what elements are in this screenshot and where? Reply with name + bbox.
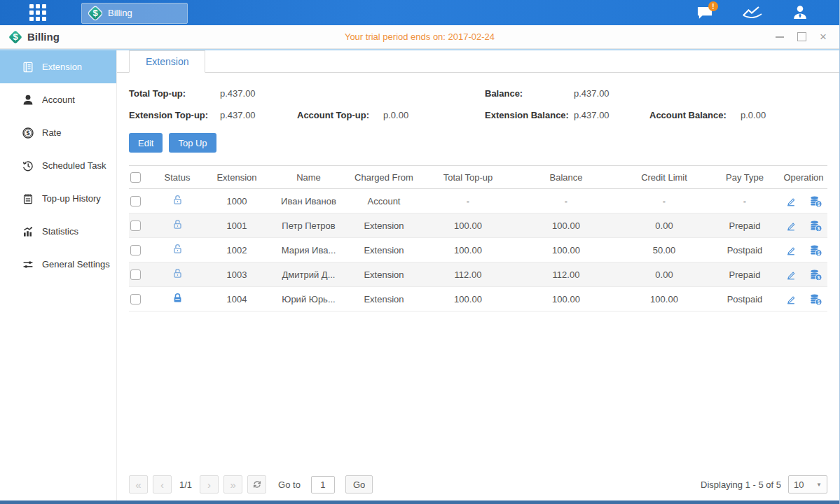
sidebar-item-rate[interactable]: $ Rate xyxy=(0,116,116,149)
name-cell: Дмитрий Д... xyxy=(272,270,345,280)
goto-label: Go to xyxy=(278,479,301,490)
extension-cell: 1004 xyxy=(202,294,272,304)
balance-cell: 112.00 xyxy=(514,270,619,280)
topup-coins-icon[interactable]: $ xyxy=(809,195,822,208)
window-title: Billing xyxy=(27,31,60,43)
next-page-button[interactable]: › xyxy=(200,475,219,493)
sliders-icon xyxy=(21,258,34,271)
line-chart-icon xyxy=(742,5,763,20)
edit-icon[interactable] xyxy=(785,220,797,232)
tab-strip: Extension xyxy=(117,50,839,73)
taskbar-tab-label: Billing xyxy=(108,8,132,18)
topup-coins-icon[interactable]: $ xyxy=(809,293,822,306)
window-bottom-border xyxy=(0,500,839,504)
extension-balance-value: p.437.00 xyxy=(574,110,649,120)
col-pay-type: Pay Type xyxy=(710,172,780,183)
app-grid-button[interactable] xyxy=(24,2,52,23)
topup-coins-icon[interactable]: $ xyxy=(809,219,822,232)
account-balance-label: Account Balance: xyxy=(649,110,741,120)
summary-panel: Total Top-up: p.437.00 Balance: p.437.00… xyxy=(129,83,827,126)
svg-text:$: $ xyxy=(818,250,820,255)
sidebar-item-general-settings[interactable]: General Settings xyxy=(0,248,116,281)
grid-icon xyxy=(29,4,47,22)
credit-limit-cell: 50.00 xyxy=(619,245,710,255)
charged-from-cell: Account xyxy=(345,196,422,206)
last-page-button[interactable]: » xyxy=(223,475,242,493)
topup-coins-icon[interactable]: $ xyxy=(809,268,822,281)
locked-icon xyxy=(172,292,184,304)
taskbar: $ Billing ! xyxy=(0,0,839,25)
account-balance-value: p.0.00 xyxy=(741,110,827,120)
extensions-table: Status Extension Name Charged From Total… xyxy=(129,165,827,312)
table-body: 1000 Иван Иванов Account - - - - xyxy=(129,189,827,312)
unlocked-icon xyxy=(172,218,184,230)
row-checkbox[interactable] xyxy=(130,196,141,206)
displaying-text: Displaying 1 - 5 of 5 xyxy=(701,479,781,490)
sidebar-item-label: Rate xyxy=(42,127,61,138)
total-topup-value: p.437.00 xyxy=(220,88,297,99)
refresh-button[interactable] xyxy=(247,475,266,493)
pay-type-cell: Prepaid xyxy=(710,220,780,231)
billing-app-icon: $ xyxy=(8,30,22,44)
close-icon[interactable]: × xyxy=(817,31,829,43)
credit-limit-cell: 0.00 xyxy=(619,270,710,280)
page-size-select[interactable]: 10 ▼ xyxy=(788,475,827,493)
svg-text:$: $ xyxy=(818,201,820,206)
select-all-checkbox[interactable] xyxy=(130,172,141,183)
table-row: 1004 Юрий Юрь... Extension 100.00 100.00… xyxy=(129,287,827,312)
credit-limit-cell: 0.00 xyxy=(619,220,710,231)
pay-type-cell: Postpaid xyxy=(710,245,780,255)
table-row: 1003 Дмитрий Д... Extension 112.00 112.0… xyxy=(129,262,827,287)
row-checkbox[interactable] xyxy=(130,294,141,304)
billing-diamond-icon: $ xyxy=(88,6,102,20)
taskbar-billing-tab[interactable]: $ Billing xyxy=(81,3,188,24)
first-page-button[interactable]: « xyxy=(129,475,148,493)
credit-limit-cell: 100.00 xyxy=(619,294,710,304)
col-credit-limit: Credit Limit xyxy=(619,172,710,183)
edit-button[interactable]: Edit xyxy=(129,133,163,153)
edit-icon[interactable] xyxy=(785,195,797,207)
extension-cell: 1002 xyxy=(202,245,272,255)
col-charged-from: Charged From xyxy=(345,172,422,183)
sidebar-item-statistics[interactable]: Statistics xyxy=(0,215,116,248)
charged-from-cell: Extension xyxy=(345,220,422,231)
sidebar-item-topup-history[interactable]: Top-up History xyxy=(0,182,116,215)
topup-coins-icon[interactable]: $ xyxy=(809,244,822,257)
history-clock-icon xyxy=(21,159,34,172)
balance-cell: 100.00 xyxy=(514,220,619,231)
go-button[interactable]: Go xyxy=(345,475,373,493)
edit-icon[interactable] xyxy=(785,244,797,256)
col-status: Status xyxy=(153,172,202,183)
goto-page-input[interactable] xyxy=(311,476,335,493)
sidebar-item-label: Statistics xyxy=(42,226,78,237)
sidebar-item-scheduled-task[interactable]: Scheduled Task xyxy=(0,149,116,182)
reports-button[interactable] xyxy=(741,1,764,24)
row-checkbox[interactable] xyxy=(130,270,141,280)
person-icon xyxy=(21,93,34,106)
balance-cell: 100.00 xyxy=(514,294,619,304)
charged-from-cell: Extension xyxy=(345,245,422,255)
name-cell: Петр Петров xyxy=(272,220,345,231)
col-extension: Extension xyxy=(202,172,272,183)
minimize-icon[interactable] xyxy=(773,31,786,43)
credit-limit-cell: - xyxy=(619,196,710,206)
sidebar-item-label: Top-up History xyxy=(42,193,101,204)
tab-extension[interactable]: Extension xyxy=(129,50,205,73)
user-menu-button[interactable] xyxy=(789,1,811,24)
sidebar-item-account[interactable]: Account xyxy=(0,83,116,116)
content-area: Extension Total Top-up: p.437.00 Balance… xyxy=(117,50,839,500)
maximize-icon[interactable] xyxy=(795,31,808,43)
prev-page-button[interactable]: ‹ xyxy=(153,475,172,493)
row-checkbox[interactable] xyxy=(130,245,141,255)
table-row: 1001 Петр Петров Extension 100.00 100.00… xyxy=(129,214,827,238)
row-checkbox[interactable] xyxy=(130,220,141,231)
extension-cell: 1000 xyxy=(202,196,272,206)
balance-cell: - xyxy=(514,196,619,206)
table-row: 1002 Мария Ива... Extension 100.00 100.0… xyxy=(129,238,827,262)
sidebar-item-extension[interactable]: Extension xyxy=(0,50,116,83)
edit-icon[interactable] xyxy=(785,269,797,281)
messages-button[interactable]: ! xyxy=(694,1,716,24)
extension-cell: 1003 xyxy=(202,270,272,280)
topup-button[interactable]: Top Up xyxy=(169,133,216,153)
edit-icon[interactable] xyxy=(785,293,797,305)
